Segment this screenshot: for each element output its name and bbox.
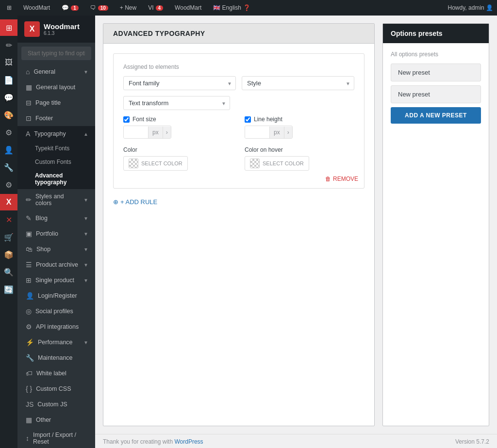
wp-icon-users[interactable]: 👤 (0, 142, 17, 158)
submenu-item-typekit[interactable]: Typekit Fonts (17, 142, 95, 155)
sidebar-item-shop[interactable]: 🛍 Shop ▼ (17, 241, 95, 257)
wp-icon-search[interactable]: 🔍 (0, 264, 17, 280)
product-archive-arrow-icon: ▼ (83, 262, 88, 268)
line-height-increment-icon[interactable]: › (284, 127, 292, 138)
wordpress-link[interactable]: WordPress (174, 438, 203, 445)
options-search-input[interactable] (21, 47, 91, 60)
wp-icon-dashboard[interactable]: ⊞ (0, 19, 17, 36)
line-height-checkbox[interactable] (245, 116, 251, 123)
sidebar-item-other[interactable]: ▦ Other (17, 412, 95, 428)
new-content[interactable]: + New (117, 0, 139, 16)
site-preview[interactable]: WoodMart (172, 0, 204, 16)
line-height-unit: px (269, 127, 284, 138)
font-size-input[interactable] (124, 126, 148, 138)
wp-icon-media[interactable]: 🖼 (0, 54, 17, 71)
maintenance-icon: 🔧 (26, 354, 34, 362)
sidebar-item-api[interactable]: ⚙ API integrations (17, 319, 95, 335)
preset-1-button[interactable]: New preset (391, 64, 481, 81)
line-height-input-group: px › (245, 126, 293, 139)
sidebar-item-footer[interactable]: ⊡ Footer (17, 111, 95, 126)
line-height-input[interactable] (245, 126, 269, 138)
font-style-wrapper: Style ▼ (242, 76, 354, 90)
add-rule-button[interactable]: ⊕ + ADD RULE (113, 196, 157, 208)
sidebar-item-custom-css[interactable]: { } Custom CSS (17, 381, 95, 397)
presets-body: All options presets New preset New prese… (383, 43, 489, 131)
font-size-group: Font size px › (123, 116, 233, 139)
woodmart-logo-icon: X (24, 21, 40, 37)
footer-icon: ⊡ (26, 114, 32, 122)
add-rule-icon: ⊕ (113, 198, 118, 206)
sidebar-item-page-title[interactable]: ⊟ Page title (17, 95, 95, 111)
comments-link[interactable]: 💬 1 (59, 0, 82, 16)
sidebar-item-typography[interactable]: A Typography ▲ (17, 126, 95, 142)
typography-icon: A (26, 130, 30, 138)
sidebar-item-product-archive[interactable]: ☰ Product archive ▼ (17, 257, 95, 272)
comments-count[interactable]: 🗨 10 (87, 0, 111, 16)
sidebar-item-import-export[interactable]: ↕ Import / Export / Reset (17, 428, 95, 448)
sidebar-item-blog[interactable]: ✎ Blog ▼ (17, 210, 95, 226)
typography-submenu: Typekit Fonts Custom Fonts Advanced typo… (17, 142, 95, 189)
text-transform-select[interactable]: Text transform (123, 96, 230, 110)
portfolio-icon: ▣ (26, 230, 32, 238)
wp-icon-comments[interactable]: 💬 (0, 89, 17, 106)
color-picker-button[interactable]: SELECT COLOR (123, 156, 188, 171)
wp-icon-pages[interactable]: 📄 (0, 72, 17, 88)
add-new-preset-button[interactable]: ADD A NEW PRESET (391, 107, 481, 124)
woodmart-title: Woodmart (44, 22, 80, 31)
assigned-label: Assigned to elements (123, 64, 354, 70)
font-family-select[interactable]: Font family (123, 76, 236, 90)
remove-rule-button[interactable]: 🗑 REMOVE (325, 176, 358, 182)
shop-arrow-icon: ▼ (83, 247, 88, 252)
admin-bar: ⊞ WoodMart 💬 1 🗨 10 + New VI 4 WoodMart … (0, 0, 497, 16)
language-switcher[interactable]: 🇬🇧 English ❓ (210, 0, 253, 16)
wp-icon-settings[interactable]: ⚙ (0, 176, 17, 193)
panel-header: ADVANCED TYPOGRAPHY (103, 24, 374, 44)
sidebar-item-general[interactable]: ⌂ General ▼ (17, 64, 95, 80)
product-archive-icon: ☰ (26, 261, 32, 269)
submenu-item-custom-fonts[interactable]: Custom Fonts (17, 155, 95, 169)
wp-icon-extra[interactable]: 📦 (0, 246, 17, 263)
sidebar-item-maintenance[interactable]: 🔧 Maintenance (17, 350, 95, 366)
sidebar-item-white-label[interactable]: 🏷 White label (17, 366, 95, 381)
styles-colors-icon: ✏ (26, 196, 32, 204)
site-name[interactable]: WoodMart (20, 0, 53, 16)
vi-link[interactable]: VI 4 (145, 0, 166, 16)
wp-logo[interactable]: ⊞ (4, 0, 15, 16)
color-on-hover-picker-button[interactable]: SELECT COLOR (245, 156, 309, 171)
wp-icon-woo[interactable]: 🛒 (0, 229, 17, 245)
wp-icon-appearance[interactable]: 🎨 (0, 107, 17, 123)
wp-icon-posts[interactable]: ✏ (0, 37, 17, 53)
sidebar-item-social[interactable]: ◎ Social profiles (17, 304, 95, 319)
wp-icon-plugins[interactable]: ⚙ (0, 124, 17, 141)
sidebar-item-performance[interactable]: ⚡ Performance ▼ (17, 335, 95, 350)
color-label: Color (123, 146, 233, 153)
font-size-line-height-row: Font size px › (123, 116, 354, 139)
sidebar-item-styles-colors[interactable]: ✏ Styles and colors ▼ (17, 189, 95, 210)
color-swatch (129, 159, 138, 168)
content-area: ADVANCED TYPOGRAPHY Assigned to elements… (95, 16, 497, 448)
wp-icon-woodmart2[interactable]: ✕ (0, 211, 17, 228)
font-style-select[interactable]: Style (242, 76, 354, 90)
sidebar-item-portfolio[interactable]: ▣ Portfolio ▼ (17, 226, 95, 241)
import-export-icon: ↕ (26, 434, 29, 442)
font-size-checkbox[interactable] (123, 116, 130, 123)
text-transform-row: Text transform ▼ (123, 96, 354, 110)
main-content: ADVANCED TYPOGRAPHY Assigned to elements… (95, 16, 497, 434)
wp-icon-refresh[interactable]: 🔄 (0, 281, 17, 298)
font-size-input-group: px › (123, 126, 171, 139)
typography-rule-box: Assigned to elements Font family ▼ (113, 53, 364, 189)
font-size-increment-icon[interactable]: › (163, 127, 171, 138)
panel-body: Assigned to elements Font family ▼ (103, 44, 374, 217)
options-presets-panel: Options presets All options presets New … (382, 23, 489, 426)
sidebar-item-custom-js[interactable]: JS Custom JS (17, 397, 95, 412)
sidebar-item-general-layout[interactable]: ▦ General layout (17, 80, 95, 95)
submenu-item-advanced-typography[interactable]: Advanced typography (17, 169, 95, 189)
sidebar-menu: ⌂ General ▼ ▦ General layout ⊟ Page titl… (17, 64, 95, 448)
wp-icon-tools[interactable]: 🔧 (0, 159, 17, 176)
sidebar-item-single-product[interactable]: ⊞ Single product ▼ (17, 272, 95, 288)
sidebar-item-login[interactable]: 👤 Login/Register (17, 288, 95, 304)
color-group: Color SELECT COLOR (123, 146, 233, 171)
color-on-hover-group: Color on hover SELECT COLOR (245, 146, 354, 171)
wp-icon-woodmart1[interactable]: X (0, 194, 17, 210)
preset-2-button[interactable]: New preset (391, 85, 481, 103)
